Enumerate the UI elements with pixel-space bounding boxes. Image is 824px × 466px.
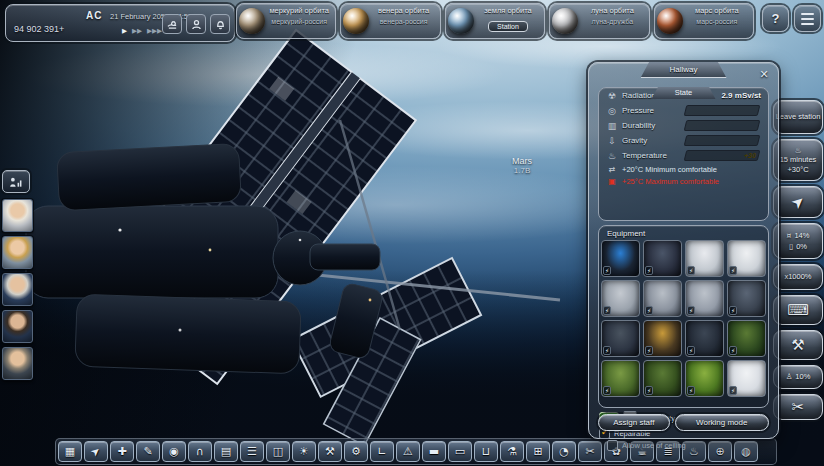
menu-button[interactable] bbox=[794, 5, 821, 32]
speed3-button[interactable]: ▶▶▶ bbox=[147, 27, 162, 35]
equipment-item-seat-white[interactable]: ⚡ bbox=[685, 240, 724, 277]
earth-planet-icon bbox=[448, 8, 474, 34]
equipment-item-crate-dark[interactable]: ⚡ bbox=[685, 320, 724, 357]
equipment-item-battery-pack[interactable]: ⚡ bbox=[601, 240, 640, 277]
orbit-title: меркурий орбита bbox=[267, 6, 331, 15]
help-button[interactable]: ? bbox=[762, 5, 789, 32]
hand-money-icon bbox=[167, 19, 178, 30]
repairs-button[interactable]: ⚒ bbox=[773, 330, 823, 360]
timer-temperature: +30°C bbox=[775, 165, 821, 174]
equipment-item-seat-gray[interactable]: ⚡ bbox=[601, 280, 640, 317]
venus-planet-icon bbox=[343, 8, 369, 34]
equipment-item-rack-dark[interactable]: ⚡ bbox=[601, 320, 640, 357]
finance-button[interactable] bbox=[162, 14, 182, 34]
toolbar-cabinet-button[interactable]: ◫ bbox=[266, 441, 290, 462]
demolish-button[interactable]: ✂ bbox=[773, 394, 823, 420]
wrench-icon: ✎ bbox=[143, 445, 152, 458]
toolbar-bed-button[interactable]: ▬ bbox=[422, 441, 446, 462]
crew-avatar[interactable] bbox=[2, 273, 33, 306]
zoom-level-button[interactable]: x1000% bbox=[773, 264, 823, 290]
crew-signal-icon bbox=[9, 175, 23, 189]
crew-overview-button[interactable] bbox=[186, 14, 206, 34]
ceiling-option[interactable]: Allow use of ceiling bbox=[607, 440, 686, 451]
toolbar-gear-button[interactable]: ⚙ bbox=[344, 441, 368, 462]
toolbar-cut-button[interactable]: ✂ bbox=[578, 441, 602, 462]
control-panel-button[interactable]: ⌨ bbox=[773, 295, 823, 325]
orbit-button-venus[interactable]: венера орбита венера-россия bbox=[340, 3, 440, 39]
toolbar-lamp-button[interactable]: ☀ bbox=[292, 441, 316, 462]
toolbar-container-button[interactable]: ▦ bbox=[58, 441, 82, 462]
container-icon: ▦ bbox=[65, 445, 75, 458]
crew-stats-button[interactable] bbox=[2, 170, 30, 193]
gear-icon: ⚙ bbox=[351, 445, 361, 458]
toolbar-wrench-button[interactable]: ✎ bbox=[136, 441, 160, 462]
crew-avatar[interactable] bbox=[2, 310, 33, 343]
crew-capacity-button[interactable]: ♙10% bbox=[773, 365, 823, 389]
leave-station-button[interactable]: Leave station bbox=[773, 100, 823, 134]
power-icon: ⚡ bbox=[687, 386, 695, 395]
toolbar-bell-button[interactable]: ◔ bbox=[552, 441, 576, 462]
toolbar-observation-button[interactable]: ◍ bbox=[734, 441, 758, 462]
zoom-level: x1000% bbox=[784, 272, 811, 281]
sofa-icon: ▭ bbox=[455, 445, 465, 458]
equipment-item-panel-white[interactable]: ⚡ bbox=[727, 360, 766, 397]
power-icon: ⚡ bbox=[729, 346, 737, 355]
toolbar-warning-button[interactable]: ⚠ bbox=[396, 441, 420, 462]
person-icon: ♙ bbox=[786, 372, 793, 381]
keypad-icon: ⌨ bbox=[775, 302, 821, 319]
toolbar-dome-button[interactable]: ∩ bbox=[188, 441, 212, 462]
toolbar-canteen-button[interactable]: ⊕ bbox=[708, 441, 732, 462]
money-counter: 94 902 391+ bbox=[14, 24, 64, 34]
mars-map-marker[interactable]: Mars 1.7B bbox=[512, 156, 532, 175]
orbit-title: венера орбита bbox=[371, 6, 435, 15]
equipment-item-module-green[interactable]: ⚡ bbox=[727, 320, 766, 357]
resources-button[interactable]: ¤14% ▯0% bbox=[773, 223, 823, 259]
alerts-button[interactable] bbox=[210, 14, 230, 34]
crew-avatar[interactable] bbox=[2, 347, 33, 380]
equipment-item-bench-metal[interactable]: ⚡ bbox=[643, 280, 682, 317]
crew-avatar[interactable] bbox=[2, 199, 33, 232]
orbit-button-mercury[interactable]: меркурий орбита меркурий-россия bbox=[236, 3, 336, 39]
assign-staff-button[interactable]: Assign staff bbox=[598, 414, 670, 431]
station-badge[interactable]: Station bbox=[488, 21, 528, 32]
crew-avatar[interactable] bbox=[2, 236, 33, 269]
toolbar-tools-button[interactable]: ⚒ bbox=[318, 441, 342, 462]
equipment-item-bench-metal-2[interactable]: ⚡ bbox=[685, 280, 724, 317]
toolbar-chair-button[interactable]: ∟ bbox=[370, 441, 394, 462]
credits-icon: ¤ bbox=[787, 231, 792, 240]
toolbar-sofa-button[interactable]: ▭ bbox=[448, 441, 472, 462]
power-icon: ⚡ bbox=[729, 266, 737, 275]
ceiling-checkbox[interactable] bbox=[607, 440, 618, 451]
toolbar-rocket-button[interactable]: ➤ bbox=[84, 441, 108, 462]
temperature-timer-button[interactable]: ♨ 15 minutes +30°C bbox=[773, 139, 823, 181]
equipment-item-seat-white-2[interactable]: ⚡ bbox=[727, 240, 766, 277]
equipment-item-greenhouse[interactable]: ⚡ bbox=[685, 360, 724, 397]
power-icon: ⚡ bbox=[603, 346, 611, 355]
speed2-button[interactable]: ▶▶ bbox=[132, 27, 142, 35]
ship-launch-button[interactable]: ➤ bbox=[773, 186, 823, 218]
toolbar-document-button[interactable]: ▤ bbox=[214, 441, 238, 462]
equipment-item-shelf-rack[interactable]: ⚡ bbox=[643, 240, 682, 277]
min-comfort-text: +20°C Minimum comfortable bbox=[622, 165, 717, 174]
toolbar-toilet-button[interactable]: ⊔ bbox=[474, 441, 498, 462]
toolbar-docking-button[interactable]: ✚ bbox=[110, 441, 134, 462]
equipment-item-dome-green[interactable]: ⚡ bbox=[601, 360, 640, 397]
orbit-button-moon[interactable]: луна орбита луна-дружба bbox=[549, 3, 649, 39]
power-icon: ⚡ bbox=[603, 386, 611, 395]
tools-icon: ⚒ bbox=[325, 445, 335, 458]
equipment-item-bench-green[interactable]: ⚡ bbox=[643, 360, 682, 397]
orbit-button-earth[interactable]: земля орбита Station bbox=[445, 3, 545, 39]
toolbar-power-button[interactable]: ◉ bbox=[162, 441, 186, 462]
toolbar-shelf-button[interactable]: ☰ bbox=[240, 441, 264, 462]
durability-row: ▥ Durability bbox=[599, 118, 768, 133]
close-button[interactable]: ✕ bbox=[757, 67, 771, 81]
orbit-button-mars[interactable]: марс орбита марс-россия bbox=[654, 3, 754, 39]
equipment-item-storage-rack[interactable]: ⚡ bbox=[643, 320, 682, 357]
toolbar-flask-button[interactable]: ⚗ bbox=[500, 441, 524, 462]
play-button[interactable]: ▶ bbox=[122, 27, 127, 35]
equipment-item-seat-dark[interactable]: ⚡ bbox=[727, 280, 766, 317]
toolbar-solar-panel-button[interactable]: ⊞ bbox=[526, 441, 550, 462]
bed-icon: ▬ bbox=[429, 445, 439, 458]
working-mode-button[interactable]: Working mode bbox=[675, 414, 770, 431]
orbit-subtitle: луна-дружба bbox=[580, 18, 644, 25]
